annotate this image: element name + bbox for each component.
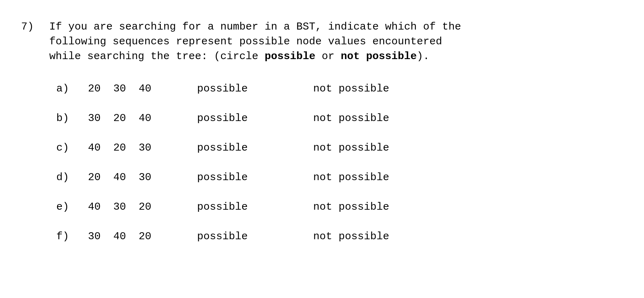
question-7: 7) If you are searching for a number in … bbox=[21, 19, 626, 259]
option-label: b) bbox=[56, 111, 88, 126]
choice-not-possible[interactable]: not possible bbox=[313, 229, 389, 244]
choice-not-possible[interactable]: not possible bbox=[313, 81, 389, 96]
intro-line-1: If you are searching for a number in a B… bbox=[49, 21, 461, 33]
choice-not-possible[interactable]: not possible bbox=[313, 170, 389, 185]
question-body: If you are searching for a number in a B… bbox=[49, 19, 626, 259]
question-intro: If you are searching for a number in a B… bbox=[49, 19, 626, 64]
intro-bold-possible: possible bbox=[265, 50, 315, 62]
option-sequence: 40 20 30 bbox=[88, 140, 197, 155]
option-row: a) 20 30 40 possible not possible bbox=[56, 81, 626, 96]
options-list: a) 20 30 40 possible not possible b) 30 … bbox=[49, 81, 626, 244]
option-row: b) 30 20 40 possible not possible bbox=[56, 111, 626, 126]
intro-line-2: following sequences represent possible n… bbox=[49, 36, 442, 47]
choice-possible[interactable]: possible bbox=[197, 229, 313, 244]
choice-possible[interactable]: possible bbox=[197, 81, 313, 96]
choice-not-possible[interactable]: not possible bbox=[313, 140, 389, 155]
choice-not-possible[interactable]: not possible bbox=[313, 111, 389, 126]
choice-possible[interactable]: possible bbox=[197, 111, 313, 126]
intro-line-3a: while searching the tree: (circle bbox=[49, 50, 265, 62]
option-label: e) bbox=[56, 199, 88, 214]
option-label: c) bbox=[56, 140, 88, 155]
option-sequence: 30 40 20 bbox=[88, 229, 197, 244]
option-row: f) 30 40 20 possible not possible bbox=[56, 229, 626, 244]
intro-tail: ). bbox=[417, 50, 429, 62]
choice-possible[interactable]: possible bbox=[197, 140, 313, 155]
option-row: e) 40 30 20 possible not possible bbox=[56, 199, 626, 214]
option-row: c) 40 20 30 possible not possible bbox=[56, 140, 626, 155]
option-sequence: 20 30 40 bbox=[88, 81, 197, 96]
choice-possible[interactable]: possible bbox=[197, 199, 313, 214]
option-sequence: 20 40 30 bbox=[88, 170, 197, 185]
option-row: d) 20 40 30 possible not possible bbox=[56, 170, 626, 185]
option-label: a) bbox=[56, 81, 88, 96]
option-label: d) bbox=[56, 170, 88, 185]
option-sequence: 40 30 20 bbox=[88, 199, 197, 214]
option-label: f) bbox=[56, 229, 88, 244]
choice-not-possible[interactable]: not possible bbox=[313, 199, 389, 214]
choice-possible[interactable]: possible bbox=[197, 170, 313, 185]
intro-mid: or bbox=[315, 50, 341, 62]
question-number: 7) bbox=[21, 19, 49, 34]
intro-bold-not-possible: not possible bbox=[341, 50, 417, 62]
option-sequence: 30 20 40 bbox=[88, 111, 197, 126]
